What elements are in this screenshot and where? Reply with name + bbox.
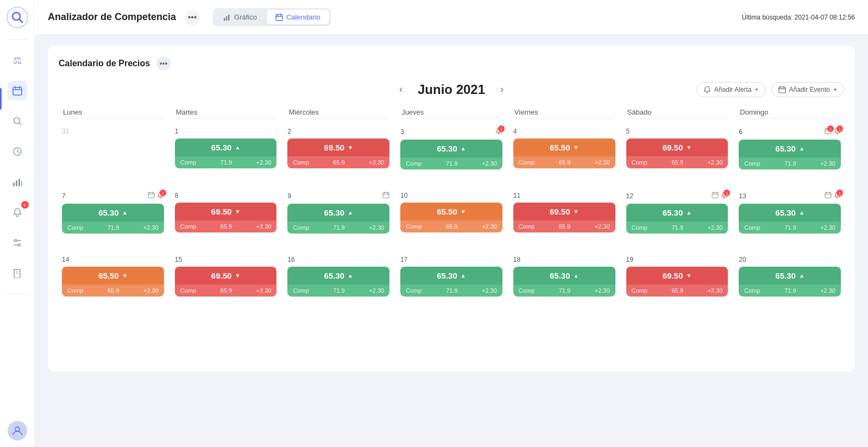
- comp-value: 71.9: [671, 224, 683, 231]
- bell-icon[interactable]: 1: [495, 128, 502, 136]
- price-card[interactable]: 69.50▼Comp65.9+2.30: [287, 138, 389, 168]
- sidebar-item-calendar[interactable]: [8, 81, 27, 100]
- comp-diff: +2.30: [256, 159, 272, 166]
- bell-icon[interactable]: 1: [721, 192, 728, 200]
- price-top: 65.30▲: [175, 138, 277, 156]
- calendar-more-button[interactable]: •••: [156, 56, 171, 71]
- next-month-button[interactable]: ›: [496, 81, 508, 97]
- price-card[interactable]: 69.50▼Comp65.9+2.30: [175, 203, 277, 232]
- price-card[interactable]: 65.30▲Comp71.9+2.30: [175, 138, 277, 168]
- tab-grafico[interactable]: Gráfico: [215, 10, 266, 24]
- price-value: 65.30: [663, 208, 683, 217]
- price-top: 69.50▼: [626, 267, 728, 285]
- svg-rect-27: [779, 87, 785, 93]
- header-more-button[interactable]: •••: [185, 10, 200, 25]
- comp-value: 71.9: [333, 224, 344, 231]
- comp-diff: +2.30: [707, 287, 722, 294]
- day-headers: Lunes Martes Miércoles Jueves Viernes Sá…: [59, 106, 844, 121]
- cal-day-number: 131: [739, 192, 841, 200]
- svg-rect-22: [228, 15, 230, 21]
- price-bottom: Comp71.9+2.30: [400, 158, 502, 169]
- sidebar-item-search[interactable]: [8, 111, 27, 131]
- cal-cell-6: 61165.30▲Comp71.9+2.30: [735, 124, 844, 184]
- cal-cell-9: 965.30▲Comp71.9+2.30: [284, 188, 393, 248]
- svg-rect-10: [16, 180, 17, 186]
- price-top: 65.30▲: [739, 140, 841, 158]
- sidebar-item-sliders[interactable]: [8, 233, 27, 253]
- comp-diff: +2.30: [820, 160, 835, 167]
- price-card[interactable]: 65.30▲Comp71.9+2.30: [513, 267, 615, 297]
- price-card[interactable]: 65.30▲Comp71.9+2.30: [739, 267, 841, 297]
- price-top: 65.30▲: [287, 267, 389, 285]
- price-card[interactable]: 65.50▼Comp65.9+2.30: [513, 138, 615, 168]
- price-card[interactable]: 69.50▼Comp65.9+2.30: [626, 267, 728, 297]
- price-card[interactable]: 65.30▲Comp71.9+2.30: [626, 204, 728, 234]
- logo-icon[interactable]: [7, 7, 28, 28]
- price-top: 65.30▲: [626, 204, 728, 222]
- price-direction-icon: ▲: [348, 273, 353, 279]
- bell-icon[interactable]: 1: [834, 128, 841, 136]
- price-direction-icon: ▲: [348, 210, 353, 216]
- calendar-icon[interactable]: [712, 192, 719, 200]
- bell-icon[interactable]: 1: [834, 192, 841, 200]
- price-value: 65.50: [550, 143, 570, 152]
- price-card[interactable]: 65.30▲Comp71.9+2.30: [62, 204, 164, 234]
- price-bottom: Comp65.9+2.30: [513, 221, 615, 232]
- svg-rect-43: [712, 193, 718, 198]
- comp-diff: +2.30: [369, 224, 384, 231]
- price-top: 69.50▼: [175, 267, 277, 285]
- price-top: 65.30▲: [739, 267, 841, 285]
- prev-month-button[interactable]: ‹: [395, 81, 407, 97]
- svg-rect-35: [148, 193, 154, 198]
- calendar-icon[interactable]: [825, 192, 832, 200]
- comp-label: Comp: [293, 224, 309, 231]
- bell-icon[interactable]: 1: [157, 192, 164, 200]
- price-card[interactable]: 69.50▼Comp65.9+2.30: [626, 138, 728, 168]
- calendar-icon[interactable]: [382, 192, 389, 200]
- cal-cell-20: 2065.30▲Comp71.9+2.30: [735, 253, 844, 312]
- comp-label: Comp: [406, 223, 422, 230]
- cal-cell-14: 1465.50▼Comp65.9+2.30: [59, 253, 167, 312]
- price-direction-icon: ▲: [799, 146, 804, 152]
- price-bottom: Comp65.9+2.30: [513, 156, 615, 168]
- price-card[interactable]: 69.50▼Comp65.9+2.30: [175, 267, 277, 297]
- day-header-viernes: Viernes: [510, 106, 619, 121]
- price-card[interactable]: 65.50▼Comp65.9+2.30: [62, 267, 164, 297]
- sidebar-item-chart[interactable]: [8, 172, 27, 192]
- add-event-button[interactable]: Añadir Evento +: [771, 82, 844, 97]
- icon-badge: 1: [827, 125, 834, 132]
- sidebar-item-book[interactable]: [8, 263, 27, 283]
- svg-rect-39: [383, 193, 389, 198]
- price-card[interactable]: 65.30▲Comp71.9+2.30: [400, 267, 502, 297]
- calendar-icon[interactable]: [148, 192, 155, 200]
- sidebar-item-bell[interactable]: 9: [8, 203, 27, 222]
- comp-diff: +2.30: [820, 287, 835, 294]
- price-card[interactable]: 65.50▼Comp65.9+2.30: [400, 203, 502, 232]
- calendar-month-label: Junio 2021: [418, 82, 485, 97]
- comp-value: 71.9: [784, 287, 796, 294]
- price-card[interactable]: 65.30▲Comp71.9+2.30: [287, 267, 389, 297]
- tab-calendario[interactable]: Calendario: [267, 10, 329, 24]
- cal-cell-11: 1169.50▼Comp65.9+2.30: [510, 188, 619, 248]
- comp-diff: +2.30: [707, 159, 722, 166]
- comp-value: 71.9: [784, 160, 796, 167]
- sidebar-item-history[interactable]: [8, 142, 27, 161]
- icon-badge: 1: [836, 125, 843, 132]
- price-bottom: Comp71.9+2.30: [626, 222, 728, 234]
- calendar-icon[interactable]: 1: [825, 128, 832, 136]
- price-value: 65.30: [550, 271, 570, 280]
- cal-cell-7: 7165.30▲Comp71.9+2.30: [59, 188, 167, 248]
- price-card[interactable]: 65.30▲Comp71.9+2.30: [739, 204, 841, 234]
- price-direction-icon: ▼: [235, 209, 240, 215]
- sidebar-item-balance[interactable]: ⚖: [8, 51, 27, 70]
- user-avatar[interactable]: [8, 421, 27, 440]
- comp-value: 65.9: [333, 159, 344, 166]
- comp-value: 65.9: [559, 223, 570, 230]
- price-card[interactable]: 65.30▲Comp71.9+2.30: [287, 204, 389, 234]
- day-header-martes: Martes: [172, 106, 280, 121]
- add-alert-button[interactable]: Añadir Alerta +: [696, 82, 766, 97]
- price-bottom: Comp65.9+2.30: [62, 285, 164, 297]
- price-card[interactable]: 65.30▲Comp71.9+2.30: [739, 140, 841, 169]
- price-card[interactable]: 65.30▲Comp71.9+2.30: [400, 140, 502, 169]
- price-card[interactable]: 69.50▼Comp65.9+2.30: [513, 203, 615, 232]
